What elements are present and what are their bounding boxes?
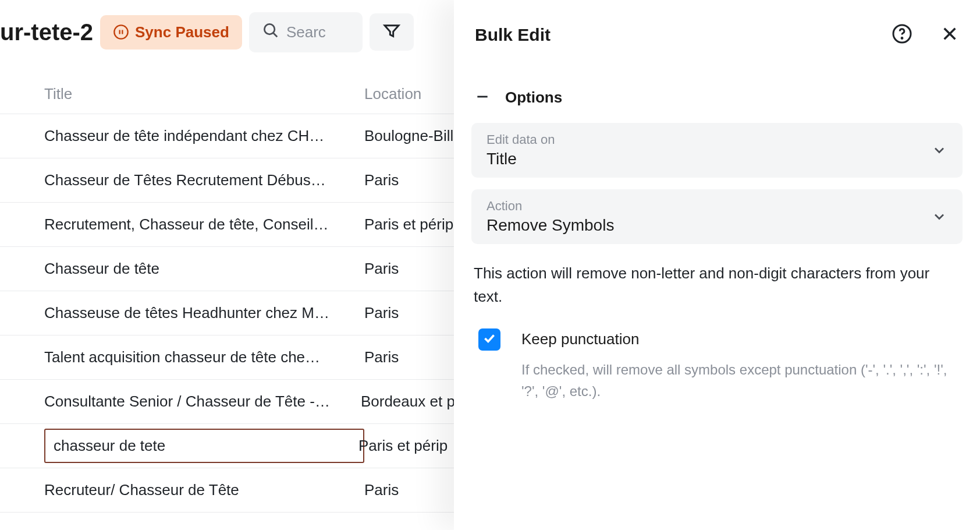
options-label: Options bbox=[505, 89, 562, 107]
cell-location[interactable]: Paris bbox=[364, 481, 399, 499]
svg-point-3 bbox=[264, 24, 275, 34]
edit-data-label: Edit data on bbox=[487, 132, 555, 147]
cell-title[interactable]: Chasseur de tête bbox=[44, 260, 364, 278]
table-row[interactable]: Talent acquisition chasseur de tête che…… bbox=[0, 335, 454, 380]
search-placeholder: Searc bbox=[286, 23, 326, 41]
svg-point-6 bbox=[901, 38, 903, 39]
help-icon bbox=[892, 23, 912, 47]
data-table: Title Location Chasseur de tête indépend… bbox=[0, 64, 454, 513]
action-label: Action bbox=[487, 199, 614, 214]
column-header-title[interactable]: Title bbox=[44, 85, 364, 103]
check-icon bbox=[482, 331, 497, 348]
table-row[interactable]: Chasseur de Têtes Recrutement Débus…Pari… bbox=[0, 158, 454, 203]
cell-location[interactable]: Boulogne-Bill bbox=[364, 127, 453, 145]
cell-location[interactable]: Paris bbox=[364, 304, 399, 322]
edit-data-value: Title bbox=[487, 150, 555, 168]
pause-icon bbox=[113, 24, 129, 40]
help-button[interactable] bbox=[892, 23, 912, 47]
search-input[interactable]: Searc bbox=[249, 12, 363, 52]
cell-title[interactable]: Chasseur de tête indépendant chez CH… bbox=[44, 127, 364, 145]
cell-title[interactable]: Recrutement, Chasseur de tête, Conseil… bbox=[44, 215, 364, 234]
column-header-location[interactable]: Location bbox=[364, 85, 421, 103]
page-title: ur-tete-2 bbox=[0, 19, 93, 45]
cell-location[interactable]: Paris et périp bbox=[358, 437, 448, 455]
cell-title[interactable]: Recruteur/ Chasseur de Tête bbox=[44, 481, 364, 499]
toolbar: ur-tete-2 Sync Paused Searc bbox=[0, 0, 454, 64]
action-description: This action will remove non-letter and n… bbox=[474, 262, 960, 309]
cell-location[interactable]: Paris bbox=[364, 171, 399, 189]
filter-button[interactable] bbox=[370, 13, 414, 51]
close-button[interactable] bbox=[940, 24, 959, 45]
filter-icon bbox=[382, 22, 401, 43]
cell-location[interactable]: Paris bbox=[364, 260, 399, 278]
table-row[interactable]: Chasseuse de têtes Headhunter chez M…Par… bbox=[0, 291, 454, 335]
table-row[interactable]: chasseur de teteParis et périp bbox=[0, 424, 454, 468]
cell-title[interactable]: Chasseuse de têtes Headhunter chez M… bbox=[44, 304, 364, 322]
cell-location[interactable]: Bordeaux et p bbox=[361, 393, 454, 411]
table-panel: ur-tete-2 Sync Paused Searc Title Locati… bbox=[0, 0, 454, 530]
action-dropdown[interactable]: Action Remove Symbols bbox=[471, 189, 963, 244]
keep-punctuation-option: Keep punctuation If checked, will remove… bbox=[471, 328, 963, 402]
table-row[interactable]: Recrutement, Chasseur de tête, Conseil…P… bbox=[0, 203, 454, 247]
chevron-down-icon bbox=[931, 142, 947, 158]
panel-header: Bulk Edit bbox=[471, 23, 963, 47]
edit-data-dropdown[interactable]: Edit data on Title bbox=[471, 123, 963, 178]
cell-title[interactable]: Chasseur de Têtes Recrutement Débus… bbox=[44, 171, 364, 189]
table-row[interactable]: Chasseur de tête indépendant chez CH…Bou… bbox=[0, 114, 454, 158]
collapse-icon bbox=[475, 89, 490, 107]
cell-title[interactable]: Talent acquisition chasseur de tête che… bbox=[44, 348, 364, 366]
cell-location[interactable]: Paris bbox=[364, 348, 399, 366]
action-value: Remove Symbols bbox=[487, 216, 614, 235]
sync-status-badge[interactable]: Sync Paused bbox=[100, 15, 242, 50]
cell-location[interactable]: Paris et périp bbox=[364, 215, 453, 234]
panel-title: Bulk Edit bbox=[475, 25, 551, 45]
table-row[interactable]: Consultante Senior / Chasseur de Tête -…… bbox=[0, 380, 454, 424]
keep-punctuation-help: If checked, will remove all symbols exce… bbox=[521, 359, 963, 402]
svg-point-0 bbox=[114, 25, 127, 38]
bulk-edit-panel: Bulk Edit Options Edit data on Title bbox=[454, 0, 980, 530]
cell-title[interactable]: Consultante Senior / Chasseur de Tête -… bbox=[44, 393, 361, 411]
options-header[interactable]: Options bbox=[471, 89, 963, 107]
keep-punctuation-checkbox[interactable] bbox=[478, 328, 500, 351]
sync-status-label: Sync Paused bbox=[135, 23, 229, 41]
keep-punctuation-label: Keep punctuation bbox=[521, 330, 639, 348]
close-icon bbox=[940, 24, 959, 45]
search-icon bbox=[262, 22, 279, 43]
chevron-down-icon bbox=[931, 209, 947, 225]
table-row[interactable]: Recruteur/ Chasseur de TêteParis bbox=[0, 468, 454, 513]
cell-title[interactable]: chasseur de tete bbox=[44, 429, 364, 463]
table-row[interactable]: Chasseur de têteParis bbox=[0, 247, 454, 291]
svg-line-4 bbox=[274, 33, 278, 37]
table-header: Title Location bbox=[0, 75, 454, 114]
